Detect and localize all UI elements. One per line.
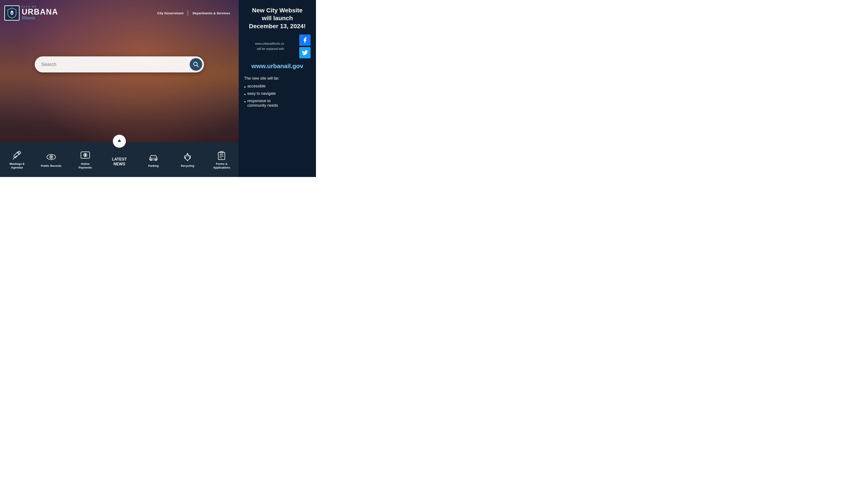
quick-link-online-payments[interactable]: $ OnlinePayments: [68, 142, 102, 177]
nav-departments-services[interactable]: Departments & Services: [188, 9, 235, 17]
svg-point-7: [51, 156, 52, 158]
quick-links-bar: Meetings &Agendas Public Records: [0, 142, 239, 177]
recycle-icon: [182, 152, 193, 162]
car-icon: [148, 152, 159, 162]
forms-applications-label: Forms &Applications: [213, 162, 230, 170]
logo-area[interactable]: CITY OF URBANA Illinois: [4, 5, 58, 21]
twitter-icon-button[interactable]: [299, 47, 311, 58]
latest-news-arrow: [113, 135, 126, 148]
search-input[interactable]: [41, 62, 190, 67]
bullet-accessible: •: [244, 84, 246, 90]
twitter-logo-icon: [302, 50, 308, 56]
feature-responsive-text: responsive tocommunity needs: [247, 99, 278, 108]
nav-city-government[interactable]: City Government: [153, 9, 188, 17]
quick-link-public-records[interactable]: Public Records: [34, 142, 68, 177]
public-records-label: Public Records: [41, 164, 61, 168]
site-header: CITY OF URBANA Illinois City Government …: [0, 0, 239, 26]
search-area: [0, 56, 239, 72]
svg-line-1: [197, 65, 198, 67]
logo-text-block: CITY OF URBANA Illinois: [22, 5, 58, 21]
feature-responsive: • responsive tocommunity needs: [244, 98, 311, 108]
search-bar: [35, 56, 204, 72]
feature-navigate-text: easy to navigate: [247, 91, 276, 96]
svg-marker-19: [187, 153, 188, 155]
quick-link-recycling[interactable]: Recycling: [170, 142, 205, 177]
social-icons: [299, 34, 311, 58]
search-button[interactable]: [190, 58, 202, 71]
svg-rect-22: [218, 152, 225, 160]
meetings-agendas-label: Meetings &Agendas: [9, 162, 25, 170]
main-section: CITY OF URBANA Illinois City Government …: [0, 0, 239, 177]
url-old-line2: will be replaced with: [257, 47, 284, 51]
new-site-title: New City Websitewill launchDecember 13, …: [244, 6, 311, 30]
svg-text:$: $: [85, 154, 86, 157]
clipboard-icon: [216, 150, 227, 161]
url-new[interactable]: www.urbanail.gov: [244, 63, 311, 70]
feature-accessible: • accessible: [244, 83, 311, 91]
arrow-up-icon: [116, 138, 123, 144]
svg-rect-2: [13, 152, 19, 158]
quick-link-latest-news[interactable]: LATESTNEWS: [102, 142, 136, 177]
search-icon: [193, 61, 199, 67]
logo-urbana: URBANA: [22, 8, 58, 16]
quick-link-forms-applications[interactable]: Forms &Applications: [205, 142, 239, 177]
city-logo-shield: [4, 5, 20, 21]
nav-area: City Government Departments & Services: [153, 9, 235, 17]
dollar-icon: $: [80, 150, 91, 161]
url-old-text: www.urbanaillinois.us will be replaced w…: [244, 41, 284, 52]
facebook-icon-button[interactable]: [299, 34, 311, 46]
eye-icon: [46, 152, 57, 162]
url-social-row: www.urbanaillinois.us will be replaced w…: [244, 34, 311, 58]
latest-news-label: LATESTNEWS: [112, 157, 127, 166]
bullet-responsive: •: [244, 99, 246, 105]
feature-accessible-text: accessible: [247, 84, 266, 89]
facebook-logo-icon: [302, 37, 308, 43]
quick-link-parking[interactable]: Parking: [136, 142, 170, 177]
bullet-navigate: •: [244, 91, 246, 97]
sidebar: New City Websitewill launchDecember 13, …: [239, 0, 316, 177]
url-old-line1: www.urbanaillinois.us: [255, 42, 284, 45]
online-payments-label: OnlinePayments: [79, 162, 92, 170]
feature-navigate: • easy to navigate: [244, 91, 311, 98]
recycling-label: Recycling: [181, 164, 194, 168]
new-site-features: The new site will be: • accessible • eas…: [244, 76, 311, 108]
features-title: The new site will be:: [244, 76, 311, 81]
gavel-icon: [12, 150, 23, 161]
parking-label: Parking: [148, 164, 159, 168]
quick-link-meetings-agendas[interactable]: Meetings &Agendas: [0, 142, 34, 177]
